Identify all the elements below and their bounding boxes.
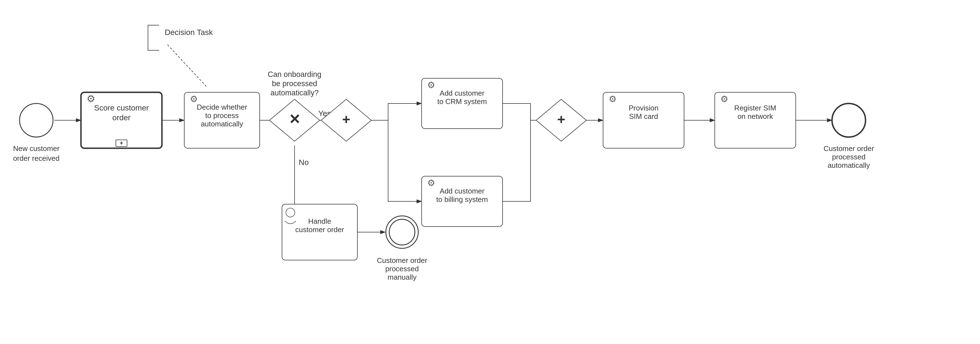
- score-task-label1: Score customer: [94, 104, 149, 112]
- end-event-manual-inner: [389, 219, 415, 245]
- crm-label1: Add customer: [440, 89, 485, 97]
- annotation-label: Decision Task: [165, 28, 213, 37]
- end-auto-label2: processed: [832, 153, 865, 161]
- handle-label2: customer order: [295, 226, 344, 234]
- provision-gear-icon: ⚙: [609, 94, 617, 104]
- provision-label2: SIM card: [629, 112, 658, 120]
- gateway-question1: Can onboarding: [268, 70, 321, 78]
- crm-gear-icon: ⚙: [427, 80, 435, 90]
- register-label2: on network: [737, 112, 773, 120]
- end-manual-label3: manually: [388, 273, 417, 282]
- end-manual-label2: processed: [385, 265, 419, 273]
- provision-label1: Provision: [629, 104, 659, 112]
- end-auto-label3: automatically: [827, 161, 870, 170]
- decide-label1: Decide whether: [197, 103, 247, 111]
- decide-label2: to process: [205, 111, 239, 120]
- billing-gear-icon: ⚙: [427, 178, 435, 188]
- crm-label2: to CRM system: [437, 97, 487, 106]
- gateway-question3: automatically?: [270, 89, 319, 97]
- plus1-symbol: +: [342, 112, 350, 127]
- handle-label1: Handle: [308, 217, 331, 226]
- svg-rect-2: [0, 0, 980, 344]
- register-label1: Register SIM: [734, 104, 776, 112]
- score-gear-icon: ⚙: [87, 93, 95, 104]
- score-plus-icon: +: [120, 139, 123, 147]
- plus2-symbol: +: [557, 112, 565, 127]
- end-manual-label1: Customer order: [377, 256, 428, 265]
- billing-label1: Add customer: [440, 187, 485, 195]
- end-event-auto: [832, 104, 865, 137]
- end-auto-label1: Customer order: [824, 144, 874, 153]
- gateway-question2: be processed: [272, 79, 317, 88]
- bpmn-diagram: Yes No New customer order received ⚙ Sco…: [0, 0, 980, 344]
- x-symbol: ✕: [289, 112, 301, 127]
- start-event-label2: order received: [13, 154, 59, 163]
- start-event-label: New customer: [13, 144, 59, 153]
- billing-label2: to billing system: [436, 195, 488, 203]
- start-event: [19, 104, 53, 137]
- decide-label3: automatically: [201, 120, 243, 128]
- score-task-label2: order: [112, 113, 130, 122]
- register-gear-icon: ⚙: [720, 94, 729, 104]
- decide-gear-icon: ⚙: [190, 94, 198, 104]
- no-label: No: [299, 158, 309, 167]
